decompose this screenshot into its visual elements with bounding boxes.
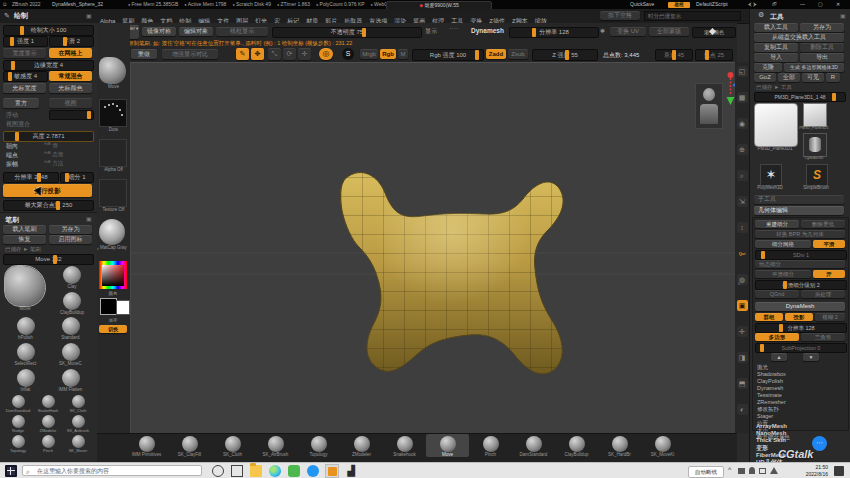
maximize-button[interactable]: ▢ [818, 0, 823, 9]
res-up-button[interactable]: ▲ [771, 353, 787, 361]
geometry-section-header[interactable]: 几何体编辑 [754, 206, 844, 215]
chat-bubble-icon[interactable]: ⋯ [812, 436, 827, 451]
stored-brush-label[interactable]: 已储存 ► 笔刷 [5, 246, 41, 253]
reconstruct-subdiv-button[interactable]: 重建细分 [755, 220, 799, 228]
alpha-well[interactable]: Alpha Off [99, 139, 128, 172]
goz-visible-button[interactable]: 可见 [802, 73, 824, 82]
load-brush-button[interactable]: 载入笔刷 [3, 225, 46, 234]
brush-item[interactable]: Nudge [3, 415, 33, 433]
smooth-on-toggle[interactable]: 开 [813, 270, 845, 278]
divide-button[interactable]: 细分网格 [755, 240, 811, 248]
tray-brush-item[interactable]: Snakehook [383, 434, 426, 457]
volume-tray-icon[interactable] [770, 467, 778, 474]
zadd-toggle[interactable]: Zadd [486, 49, 506, 59]
brush-item[interactable]: IMM Flatten [48, 369, 93, 392]
shelf-icon[interactable]: ▦ [737, 92, 748, 103]
search-input[interactable]: ⌕ 在这里输入你要搜索的内容 [22, 465, 202, 476]
goz-all-button[interactable]: 全部 [778, 73, 800, 82]
on-mesh-button[interactable]: 在网格上 [49, 48, 92, 58]
polymesh3d-thumb[interactable]: ✶ [760, 164, 782, 186]
geometry-section-item[interactable]: Shadowbox [753, 371, 848, 378]
axis-row-value[interactable]: ᴬˢᴮ 值 [44, 142, 58, 149]
edge-browser-icon[interactable] [269, 465, 281, 477]
tray-brush-item[interactable]: ZModeler [340, 434, 383, 457]
tray-caret-icon[interactable]: ^ [728, 466, 731, 473]
smooth-slider[interactable]: 平滑 2 [49, 36, 94, 47]
shelf-icon[interactable]: ◱ [737, 66, 748, 77]
keyboard-tray-icon[interactable] [738, 468, 745, 474]
current-brush-well[interactable]: Move [99, 57, 128, 89]
shelf-icon[interactable]: ◉ [737, 118, 748, 129]
shelf-icon[interactable]: ◐ [737, 404, 748, 415]
shelf-icon[interactable]: ◨ [737, 352, 748, 363]
cortana-icon[interactable] [212, 465, 224, 477]
sdiv-slider[interactable]: SDiv 1 [755, 250, 847, 260]
import-button[interactable]: 导入 [754, 53, 798, 62]
geometry-section-item[interactable]: 修改拓扑 [753, 406, 848, 413]
layout-icon[interactable]: 🗗 [772, 0, 777, 9]
flip-uv-button[interactable]: 变换 UV [610, 27, 646, 36]
brush-palette-title[interactable]: 笔刷 [5, 215, 19, 225]
enable-icon-button[interactable]: 启用图标 [49, 235, 92, 244]
plane3d-thumb[interactable] [803, 103, 827, 127]
cylinder3d-thumb[interactable] [803, 133, 827, 157]
sv-square[interactable] [102, 265, 124, 286]
zscript-button[interactable]: DefaultZScript [696, 0, 728, 9]
wireframe-button[interactable]: 线框显示 [216, 27, 268, 36]
sculptris-badge-icon[interactable]: S [342, 48, 354, 60]
notification-center-icon[interactable] [834, 466, 844, 476]
brush-item[interactable]: Clay [51, 266, 93, 289]
brush-item[interactable]: SK_Cloth [63, 395, 93, 413]
simplebrush-thumb[interactable]: S [806, 164, 828, 186]
shelf-icon[interactable]: ✛ [737, 326, 748, 337]
opacity-slider[interactable]: 不透明度 75 [272, 27, 422, 38]
start-button-icon[interactable] [5, 465, 17, 477]
blend-mode-button[interactable]: 常规混合 [49, 71, 92, 81]
color-picker[interactable] [99, 261, 127, 289]
subpalette-header[interactable]: NanoMesh [750, 430, 850, 437]
close-button[interactable]: ✕ [836, 0, 840, 9]
import-from-disk-button[interactable]: 从磁盘交换载入工具 [754, 33, 844, 42]
symmetry-ring-icon[interactable]: ◎ [319, 48, 333, 60]
move-value-slider[interactable]: Move 132 [3, 254, 94, 265]
texture-well[interactable]: Texture Off [99, 179, 128, 212]
palette-pin-icon[interactable]: ▣ [86, 9, 92, 23]
focal-slider[interactable]: 焦点 25 [695, 49, 733, 61]
star-icon[interactable]: ✱ [600, 27, 605, 34]
tray-brush-item[interactable]: ClayBuildup [555, 434, 598, 457]
brush-item[interactable]: Standard [48, 317, 93, 340]
image-tray-icon[interactable] [759, 468, 766, 474]
polish-toggle[interactable]: 多边形 [755, 333, 799, 341]
delete-tool-button[interactable]: 删除工具 [800, 43, 844, 52]
restore-brush-button[interactable]: 恢复 [3, 235, 46, 244]
brush-item[interactable]: DamStandard [3, 395, 33, 413]
max-points-slider[interactable]: 最大聚合点数 250 [3, 200, 94, 211]
project-toggle[interactable]: 投影 [785, 313, 813, 321]
goz-r-button[interactable]: R [826, 73, 840, 82]
task-view-icon[interactable] [231, 465, 243, 477]
subtool-section-header[interactable]: 子工具 [754, 195, 844, 204]
shelf-icon[interactable]: ↕ [737, 222, 748, 233]
convert-bpr-button[interactable]: 转换 BPR 为几何体 [755, 230, 845, 238]
switch-color-button[interactable]: 切换 [99, 325, 127, 333]
save-as-button[interactable]: 另存为 [800, 23, 844, 32]
subpalette-header[interactable]: Thick Skin [750, 437, 850, 444]
mrgb-toggle[interactable]: Mrgb [360, 49, 378, 59]
dynamesh-resolution-slider[interactable]: 分辨率 128 [755, 323, 847, 333]
shelf-icon[interactable]: ⌕ [737, 170, 748, 181]
subprojection-slider[interactable]: SubProjection 0 [755, 343, 847, 353]
del-lower-button[interactable]: 删除更低 [801, 220, 845, 228]
secondary-color-swatch[interactable] [116, 300, 130, 315]
view-button[interactable]: 视图 [49, 98, 92, 108]
stored-tool-label[interactable]: 已储存 ► 工具 [756, 84, 792, 91]
rgb-intensity-slider[interactable]: Rgb 强度 100 [412, 49, 484, 61]
material-well[interactable]: MatCap Gray [99, 219, 128, 250]
redo-button[interactable]: 重做 [131, 49, 157, 59]
tool-pin-icon[interactable]: ▣ [840, 12, 846, 19]
brush-item[interactable]: hPolish [3, 317, 48, 340]
contrast-button[interactable]: 增强显示对比 [162, 49, 218, 59]
brush-item[interactable]: Pinch [33, 435, 63, 453]
dynamic-subdiv-header[interactable]: 动态细分 [755, 260, 845, 268]
file-explorer-icon[interactable] [250, 465, 262, 477]
shelf-icon[interactable]: ▣ [737, 300, 748, 311]
